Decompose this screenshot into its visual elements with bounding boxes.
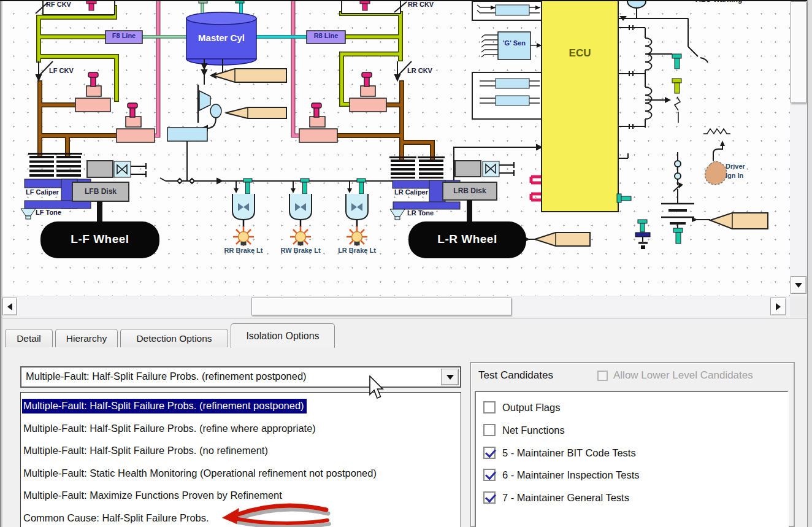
- vertical-scrollbar-thumb[interactable]: [791, 1, 806, 103]
- scroll-down-button[interactable]: [791, 276, 806, 294]
- chevron-down-icon: [446, 375, 454, 380]
- dropdown-option-1-label: Multiple-Fault: Half-Split Failure Probs…: [22, 399, 307, 414]
- dropdown-option-6[interactable]: Common Cause: Half-Split Failure Probs.: [22, 509, 212, 527]
- circuit-plungers: [617, 54, 683, 244]
- allow-lower-level-checkbox-row[interactable]: Allow Lower Level Candidates: [597, 369, 753, 382]
- candidate-bit-code-tests[interactable]: 5 - Maintainer BIT Code Tests: [483, 445, 636, 460]
- checkbox-bit-code-tests[interactable]: [483, 447, 496, 459]
- sensor-mid-2: [496, 96, 529, 106]
- lr-tone-cone: [390, 209, 405, 217]
- checkbox-output-flags[interactable]: [483, 401, 496, 414]
- lf-tone-cone: [21, 209, 36, 216]
- sensor-bank[interactable]: [472, 1, 542, 119]
- scroll-right-button[interactable]: [770, 298, 786, 315]
- lamp-rw-brake: [290, 226, 311, 246]
- label-rw-brake-lt: RW Brake Lt: [276, 247, 325, 255]
- mouse-cursor: [369, 375, 385, 400]
- lr-hub-box: [455, 161, 481, 177]
- scroll-left-button[interactable]: [2, 298, 17, 315]
- test-candidates-group: Test Candidates Allow Lower Level Candid…: [470, 362, 795, 527]
- dropdown-option-5-label: Multiple-Fault: Maximize Functions Prove…: [22, 488, 285, 503]
- pedal-box[interactable]: [167, 128, 207, 141]
- valve-lr2: [299, 103, 337, 142]
- dropdown-option-6-label: Common Cause: Half-Split Failure Probs.: [22, 511, 212, 526]
- valve-lf2: [117, 103, 155, 142]
- allow-lower-level-checkbox[interactable]: [597, 371, 608, 381]
- candidate-bit-code-tests-label: 5 - Maintainer BIT Code Tests: [502, 447, 636, 459]
- label-lr-brake-lt: LR Brake Lt: [332, 247, 381, 255]
- tab-isolation-options[interactable]: Isolation Options: [231, 323, 335, 348]
- checkbox-general-tests[interactable]: [483, 491, 496, 504]
- tab-hierarchy-label: Hierarchy: [66, 333, 107, 344]
- left-arrow-icon: [7, 303, 12, 310]
- solenoid-rr: [232, 179, 255, 227]
- combobox-dropdown-button[interactable]: [441, 369, 459, 385]
- horizontal-scrollbar[interactable]: [0, 297, 790, 317]
- tab-detection-options-label: Detection Options: [136, 333, 212, 344]
- brake-lamps[interactable]: [233, 226, 367, 246]
- label-driver-ign-1: Driver: [726, 163, 745, 171]
- label-lr-ckv: LR CKV: [407, 67, 432, 75]
- candidate-output-flags-label: Output Flags: [502, 402, 560, 414]
- ecu-box[interactable]: [531, 1, 618, 212]
- lamp-rr-brake: [233, 226, 254, 246]
- dropdown-option-4[interactable]: Multiple-Fault: Static Health Monitoring…: [22, 464, 379, 483]
- lf-fork: [131, 163, 146, 177]
- tab-hierarchy[interactable]: Hierarchy: [55, 329, 118, 347]
- label-lrb-disk: LRB Disk: [443, 187, 497, 195]
- window-right-border: [807, 0, 812, 527]
- label-rr-brake-lt: RR Brake Lt: [219, 247, 268, 255]
- lr-disc-stacks: [389, 156, 445, 179]
- ecu-connectors: [531, 177, 541, 200]
- dropdown-option-3[interactable]: Multiple-Fault: Half-Split Failure Probs…: [22, 442, 270, 460]
- horizontal-scrollbar-thumb[interactable]: [251, 298, 511, 315]
- label-f8-line: F8 Line: [105, 33, 142, 40]
- booster-cone[interactable]: [199, 91, 210, 110]
- tab-detail[interactable]: Detail: [5, 329, 53, 347]
- label-driver-ign-2: Ign In: [726, 172, 743, 180]
- solenoid-lr: [346, 179, 368, 227]
- ground-symbol: [635, 220, 650, 249]
- test-candidates-title: Test Candidates: [478, 369, 553, 382]
- window-left-border: [0, 1, 2, 527]
- test-candidates-listbox[interactable]: Output Flags Net Functions 5 - Maintaine…: [475, 391, 789, 527]
- dropdown-option-1[interactable]: Multiple-Fault: Half-Split Failure Probs…: [22, 397, 307, 415]
- schematic-canvas[interactable]: RF CKV RR CKV LF CKV LR CKV F8 Line R8 L…: [2, 1, 790, 296]
- tab-detail-label: Detail: [17, 333, 41, 344]
- combobox-value: Multiple-Fault: Half-Split Failure Probs…: [26, 371, 307, 382]
- driver-hand-blob: [705, 161, 727, 185]
- candidate-output-flags[interactable]: Output Flags: [483, 400, 560, 415]
- lr-fork: [499, 162, 514, 176]
- valve-lr: [350, 72, 386, 112]
- label-lr-caliper: LR Caliper: [394, 189, 428, 196]
- label-lf-tone: LF Tone: [36, 209, 61, 217]
- label-abs-warning-cut: ABS Warning: [695, 1, 742, 4]
- dropdown-option-2[interactable]: Multiple-Fault: Half-Split Failure Probs…: [22, 420, 318, 438]
- allow-lower-level-label: Allow Lower Level Candidates: [613, 369, 753, 382]
- booster-ball[interactable]: [210, 104, 221, 118]
- probe-battery: [692, 213, 768, 229]
- isolation-strategy-combobox[interactable]: Multiple-Fault: Half-Split Failure Probs…: [20, 366, 461, 388]
- tab-detection-options[interactable]: Detection Options: [120, 329, 228, 347]
- candidate-general-tests[interactable]: 7 - Maintainer General Tests: [483, 490, 629, 505]
- vertical-scrollbar[interactable]: [790, 1, 807, 296]
- checkbox-inspection-tests[interactable]: [483, 469, 496, 481]
- down-arrow-icon: [795, 283, 802, 288]
- sensor-top: [496, 5, 529, 15]
- candidate-general-tests-label: 7 - Maintainer General Tests: [502, 492, 629, 504]
- label-lf-ckv: LF CKV: [49, 67, 74, 75]
- probe-lr-wheel: [525, 233, 590, 246]
- label-r8-line: R8 Line: [307, 33, 345, 40]
- candidate-inspection-tests[interactable]: 6 - Maintainer Inspection Tests: [483, 467, 639, 482]
- tab-isolation-options-label: Isolation Options: [246, 331, 319, 342]
- driver-ign-input[interactable]: [705, 140, 727, 185]
- probe-master-1: [213, 69, 286, 82]
- candidate-net-functions[interactable]: Net Functions: [483, 423, 565, 437]
- label-lr-wheel: L-R Wheel: [408, 233, 526, 245]
- lamp-lr-brake: [347, 226, 367, 246]
- lr-caliper-bottom: [393, 202, 460, 209]
- checkbox-net-functions[interactable]: [483, 424, 496, 436]
- label-ecu: ECU: [542, 48, 618, 59]
- solenoid-rw: [289, 179, 312, 227]
- brake-light-solenoids[interactable]: [232, 179, 368, 227]
